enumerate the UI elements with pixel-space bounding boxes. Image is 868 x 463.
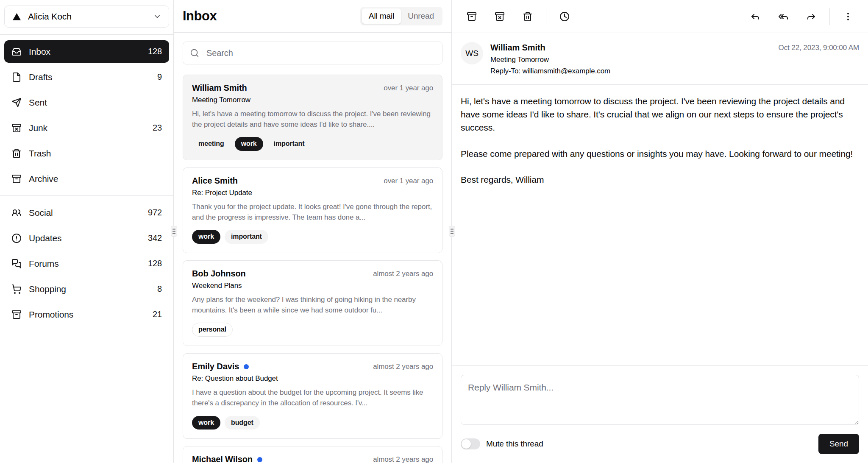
account-switcher[interactable]: Alicia Koch — [4, 6, 169, 28]
snooze-button[interactable] — [554, 6, 576, 28]
search-section — [174, 33, 451, 75]
sidebar-item-inbox[interactable]: Inbox 128 — [4, 40, 169, 63]
email-sender: Michael Wilson — [192, 455, 253, 463]
badge-meeting[interactable]: meeting — [192, 137, 231, 151]
unread-dot — [244, 364, 249, 369]
email-subject: Meeting Tomorrow — [192, 96, 433, 104]
email-william-smith[interactable]: William Smith over 1 year ago Meeting To… — [183, 75, 442, 160]
sidebar-item-drafts[interactable]: Drafts 9 — [4, 66, 169, 88]
sidebar-nav-primary: Inbox 128 Drafts 9 Sent Junk 23 — [0, 35, 173, 195]
sidebar-item-count: 342 — [148, 233, 162, 243]
tab-unread[interactable]: Unread — [401, 8, 441, 24]
sidebar-item-label: Social — [29, 208, 53, 218]
users-icon — [11, 208, 22, 218]
sidebar-item-label: Sent — [29, 98, 47, 108]
archive-button[interactable] — [461, 6, 483, 28]
badge-personal[interactable]: personal — [192, 323, 233, 337]
email-badges: work important — [192, 230, 433, 244]
more-options-button[interactable] — [837, 6, 859, 28]
search-icon — [190, 48, 199, 58]
forward-button[interactable] — [800, 6, 822, 28]
email-snippet: Any plans for the weekend? I was thinkin… — [192, 295, 433, 315]
sidebar-item-label: Promotions — [29, 310, 73, 320]
badge-work[interactable]: work — [192, 230, 220, 244]
file-icon — [11, 72, 22, 82]
search-input[interactable] — [183, 42, 442, 64]
move-to-junk-button[interactable] — [489, 6, 511, 28]
email-emily-davis[interactable]: Emily Davis almost 2 years ago Re: Quest… — [183, 353, 442, 439]
mail-body: Hi, let's have a meeting tomorrow to dis… — [452, 85, 868, 365]
email-top-row: Bob Johnson almost 2 years ago — [192, 269, 433, 279]
email-top-row: Emily Davis almost 2 years ago — [192, 362, 433, 371]
toolbar-separator — [829, 8, 830, 25]
toggle-thumb — [462, 439, 471, 449]
email-bob-johnson[interactable]: Bob Johnson almost 2 years ago Weekend P… — [183, 260, 442, 346]
reply-footer: Mute this thread Send — [461, 434, 859, 454]
email-badges: meeting work important — [192, 137, 433, 151]
email-michael-wilson[interactable]: Michael Wilson almost 2 years ago — [183, 446, 442, 463]
reply-textarea[interactable] — [461, 375, 859, 425]
sidebar-item-label: Trash — [29, 148, 51, 159]
sidebar-item-label: Inbox — [29, 47, 50, 57]
sidebar-item-label: Drafts — [29, 72, 52, 82]
email-subject: Re: Project Update — [192, 189, 433, 197]
toolbar-right-group — [741, 6, 862, 28]
sidebar-item-junk[interactable]: Junk 23 — [4, 117, 169, 139]
toolbar-separator — [546, 8, 546, 25]
email-badges: work budget — [192, 416, 433, 430]
send-button[interactable]: Send — [818, 434, 859, 454]
mute-thread-label: Mute this thread — [486, 439, 543, 449]
tab-all-mail[interactable]: All mail — [362, 8, 401, 24]
move-to-trash-button[interactable] — [517, 6, 539, 28]
mail-toolbar — [452, 0, 868, 33]
archive-x-icon — [11, 123, 22, 133]
badge-work[interactable]: work — [235, 137, 263, 151]
badge-important[interactable]: important — [225, 230, 268, 244]
badge-important[interactable]: important — [267, 137, 311, 151]
messages-square-icon — [11, 259, 22, 269]
pane-resize-handle[interactable] — [449, 226, 455, 237]
email-sender: Bob Johnson — [192, 269, 246, 279]
mail-reply-to: Reply-To: williamsmith@example.com — [490, 67, 610, 75]
sidebar-item-label: Shopping — [29, 284, 66, 294]
sidebar-item-sent[interactable]: Sent — [4, 91, 169, 114]
sidebar-item-label: Junk — [29, 123, 47, 133]
reply-button[interactable] — [744, 6, 766, 28]
sidebar-nav-secondary: Social 972 Updates 342 Forums 128 Shoppi… — [0, 196, 173, 331]
sidebar-item-count: 21 — [153, 310, 162, 319]
mail-body-paragraph: Please come prepared with any questions … — [461, 148, 859, 161]
sidebar-item-updates[interactable]: Updates 342 — [4, 227, 169, 249]
clock-icon — [559, 11, 570, 22]
sidebar-item-count: 9 — [157, 72, 162, 82]
sidebar-item-social[interactable]: Social 972 — [4, 201, 169, 224]
email-sender: Alice Smith — [192, 176, 238, 186]
email-top-row: William Smith over 1 year ago — [192, 83, 433, 93]
unread-dot — [257, 457, 262, 462]
reply-icon — [750, 11, 760, 22]
sidebar-item-archive[interactable]: Archive — [4, 167, 169, 190]
inbox-icon — [11, 47, 22, 57]
badge-work[interactable]: work — [192, 416, 220, 430]
mail-date: Oct 22, 2023, 9:00:00 AM — [779, 42, 859, 52]
badge-budget[interactable]: budget — [225, 416, 260, 430]
sidebar-item-promotions[interactable]: Promotions 21 — [4, 303, 169, 326]
mail-subject: Meeting Tomorrow — [490, 56, 610, 64]
mail-detail-pane: WS William Smith Meeting Tomorrow Reply-… — [452, 0, 868, 463]
mail-body-paragraph: Best regards, William — [461, 173, 859, 187]
email-snippet: I have a question about the budget for t… — [192, 388, 433, 408]
page-title: Inbox — [183, 8, 217, 24]
pane-resize-handle[interactable] — [171, 226, 177, 237]
send-icon — [11, 98, 22, 108]
reply-all-button[interactable] — [772, 6, 794, 28]
email-list: William Smith over 1 year ago Meeting To… — [174, 75, 451, 463]
email-alice-smith[interactable]: Alice Smith over 1 year ago Re: Project … — [183, 167, 442, 253]
email-sender: Emily Davis — [192, 362, 239, 371]
email-top-row: Michael Wilson almost 2 years ago — [192, 455, 433, 463]
account-name: Alicia Koch — [28, 11, 147, 22]
sidebar-item-shopping[interactable]: Shopping 8 — [4, 278, 169, 300]
sidebar-item-forums[interactable]: Forums 128 — [4, 252, 169, 275]
mute-thread-toggle[interactable] — [461, 438, 480, 449]
sidebar-item-trash[interactable]: Trash — [4, 142, 169, 165]
sender-name: William Smith — [490, 43, 610, 53]
email-timestamp: over 1 year ago — [384, 84, 433, 92]
